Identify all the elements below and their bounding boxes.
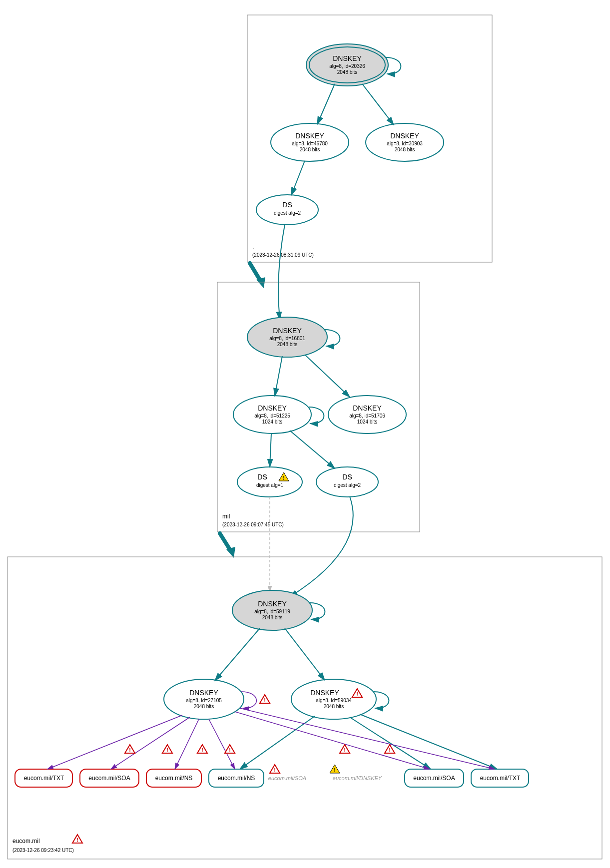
- edge-ds-to-mil: [278, 225, 285, 320]
- svg-text:eucom.mil/TXT: eucom.mil/TXT: [24, 775, 64, 782]
- record-eucom-ns-err[interactable]: eucom.mil/NS: [146, 769, 201, 787]
- svg-text:eucom.mil: eucom.mil: [12, 838, 40, 845]
- svg-text:digest alg=2: digest alg=2: [274, 210, 301, 216]
- zone-root-timestamp: (2023-12-26 08:31:09 UTC): [252, 252, 314, 258]
- svg-text:eucom.mil/NS: eucom.mil/NS: [155, 775, 193, 782]
- error-icon: [225, 745, 235, 753]
- zone-root-label: .: [252, 243, 254, 250]
- svg-text:(2023-12-26 09:23:42 UTC): (2023-12-26 09:23:42 UTC): [12, 848, 74, 853]
- node-mil-zsk2[interactable]: DNSKEY alg=8, id=51706 1024 bits: [328, 396, 406, 434]
- svg-text:alg=8, id=59119: alg=8, id=59119: [254, 609, 290, 614]
- node-eucom-ksk[interactable]: DNSKEY alg=8, id=59119 2048 bits: [232, 590, 312, 630]
- svg-text:2048 bits: 2048 bits: [194, 704, 214, 709]
- svg-text:2048 bits: 2048 bits: [324, 704, 344, 709]
- node-mil-ds2[interactable]: DS digest alg=2: [316, 467, 378, 497]
- svg-text:DNSKEY: DNSKEY: [258, 404, 287, 412]
- svg-text:DS: DS: [342, 473, 352, 481]
- node-eucom-zsk1[interactable]: DNSKEY alg=8, id=27105 2048 bits: [164, 679, 244, 719]
- error-icon: [162, 745, 172, 753]
- svg-text:DNSKEY: DNSKEY: [353, 404, 382, 412]
- zone-mil-label: mil: [222, 513, 230, 520]
- record-eucom-soa-ghost: eucom.mil/SOA: [268, 775, 306, 781]
- svg-text:alg=8, id=27105: alg=8, id=27105: [186, 698, 222, 703]
- error-icon: [72, 835, 82, 843]
- warning-icon: [330, 765, 340, 773]
- node-mil-ksk[interactable]: DNSKEY alg=8, id=16801 2048 bits: [247, 317, 327, 357]
- svg-text:1024 bits: 1024 bits: [262, 419, 283, 425]
- node-root-ds[interactable]: DS digest alg=2: [256, 195, 318, 225]
- svg-text:DS: DS: [257, 473, 267, 481]
- svg-point-14: [256, 195, 318, 225]
- svg-text:DNSKEY: DNSKEY: [273, 327, 302, 335]
- svg-text:DNSKEY: DNSKEY: [258, 600, 287, 608]
- svg-text:2048 bits: 2048 bits: [395, 147, 415, 152]
- svg-text:1024 bits: 1024 bits: [357, 419, 378, 425]
- node-mil-zsk1[interactable]: DNSKEY alg=8, id=51225 1024 bits: [233, 396, 311, 434]
- node-eucom-zsk2[interactable]: DNSKEY alg=8, id=59034 2048 bits: [291, 679, 376, 719]
- node-root-zsk2[interactable]: DNSKEY alg=8, id=30903 2048 bits: [366, 123, 444, 161]
- record-eucom-soa-err[interactable]: eucom.mil/SOA: [80, 769, 139, 787]
- error-icon: [385, 745, 395, 753]
- node-root-zsk1[interactable]: DNSKEY alg=8, id=46780 2048 bits: [271, 123, 349, 161]
- svg-text:DNSKEY: DNSKEY: [310, 689, 339, 697]
- svg-text:DS: DS: [282, 201, 292, 209]
- svg-point-34: [316, 467, 378, 497]
- record-eucom-soa[interactable]: eucom.mil/SOA: [405, 769, 464, 787]
- error-icon: [197, 745, 207, 753]
- node-root-ksk[interactable]: DNSKEY alg=8, id=20326 2048 bits: [306, 44, 388, 86]
- svg-text:DNSKEY: DNSKEY: [390, 132, 419, 140]
- record-eucom-txt[interactable]: eucom.mil/TXT: [471, 769, 529, 787]
- node-mil-ds1[interactable]: DS digest alg=1: [237, 467, 302, 497]
- record-eucom-ns[interactable]: eucom.mil/NS: [209, 769, 264, 787]
- svg-text:2048 bits: 2048 bits: [337, 69, 358, 75]
- svg-text:alg=8, id=59034: alg=8, id=59034: [316, 698, 352, 703]
- svg-text:eucom.mil/NS: eucom.mil/NS: [218, 775, 255, 782]
- svg-text:alg=8, id=51225: alg=8, id=51225: [254, 413, 290, 419]
- error-icon: [340, 745, 350, 753]
- svg-text:DNSKEY: DNSKEY: [189, 689, 218, 697]
- svg-text:digest alg=2: digest alg=2: [334, 482, 361, 488]
- record-eucom-txt-err[interactable]: eucom.mil/TXT: [15, 769, 72, 787]
- svg-text:eucom.mil/TXT: eucom.mil/TXT: [480, 775, 521, 782]
- error-icon: [270, 765, 280, 773]
- svg-text:2048 bits: 2048 bits: [277, 342, 298, 347]
- svg-text:alg=8, id=46780: alg=8, id=46780: [292, 141, 328, 146]
- svg-text:DNSKEY: DNSKEY: [295, 132, 324, 140]
- svg-text:alg=8, id=20326: alg=8, id=20326: [329, 63, 365, 69]
- record-eucom-dnskey-ghost: eucom.mil/DNSKEY: [333, 775, 382, 781]
- svg-text:alg=8, id=51706: alg=8, id=51706: [349, 413, 385, 419]
- svg-text:2048 bits: 2048 bits: [262, 615, 283, 620]
- svg-text:(2023-12-26 09:07:45 UTC): (2023-12-26 09:07:45 UTC): [222, 522, 284, 527]
- svg-text:alg=8, id=30903: alg=8, id=30903: [387, 141, 423, 146]
- zone-delegation-arrow: [250, 263, 260, 280]
- svg-text:digest alg=1: digest alg=1: [256, 482, 284, 488]
- node-title: DNSKEY: [333, 54, 362, 62]
- svg-text:2048 bits: 2048 bits: [300, 147, 320, 152]
- error-icon: [125, 745, 135, 753]
- dnssec-diagram: ! ! . (2023-12-26 08:31:09 UTC) DNSKEY a…: [0, 0, 610, 868]
- svg-text:alg=8, id=16801: alg=8, id=16801: [269, 336, 305, 341]
- svg-point-31: [237, 467, 302, 497]
- error-icon: [260, 695, 270, 703]
- svg-text:eucom.mil/SOA: eucom.mil/SOA: [88, 775, 130, 782]
- svg-text:eucom.mil/SOA: eucom.mil/SOA: [413, 775, 455, 782]
